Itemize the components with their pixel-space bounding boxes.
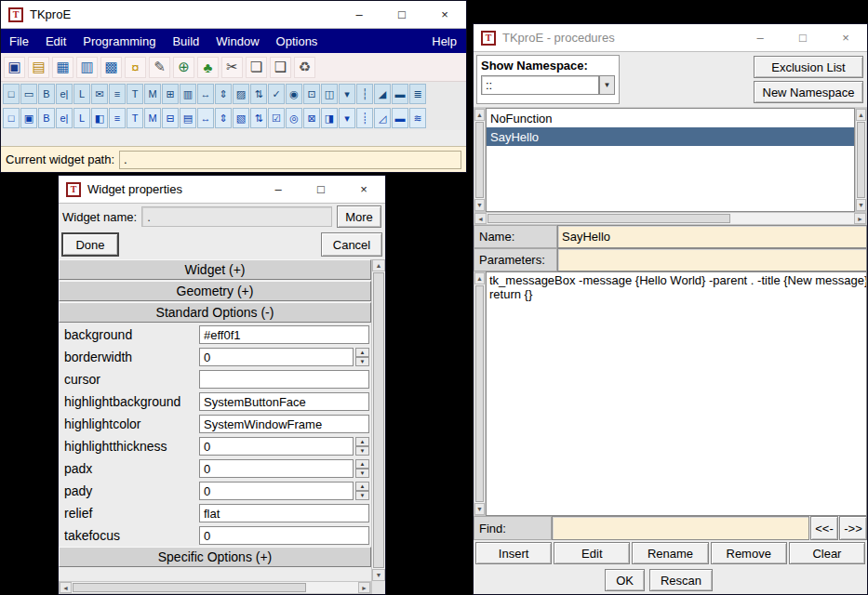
- spinner-up-icon[interactable]: ▲: [355, 459, 369, 469]
- ttk-notebook-icon[interactable]: ◨: [321, 108, 338, 128]
- find-previous-button[interactable]: <<-: [810, 516, 838, 540]
- scroll-down-icon[interactable]: ▼: [474, 199, 485, 211]
- section-standard-options[interactable]: Standard Options (-): [59, 302, 371, 323]
- properties-horizontal-scrollbar[interactable]: ◄ ►: [59, 581, 371, 594]
- ttk-text-icon[interactable]: T: [127, 108, 143, 128]
- done-button[interactable]: Done: [61, 232, 119, 257]
- maximize-button[interactable]: □: [781, 24, 824, 51]
- namespace-value[interactable]: ::: [481, 75, 599, 95]
- tree-icon[interactable]: ♣: [197, 57, 219, 78]
- section-geometry[interactable]: Geometry (+): [59, 281, 371, 301]
- scroll-right-icon[interactable]: ►: [358, 582, 370, 593]
- listbox-widget-icon[interactable]: ≡: [109, 84, 126, 104]
- ttk-label-icon[interactable]: L: [73, 108, 90, 128]
- ttk-radiobutton-icon[interactable]: ◎: [286, 108, 302, 128]
- property-value-input[interactable]: flat: [199, 504, 369, 522]
- ttk-checkbutton-icon[interactable]: ☑: [268, 108, 285, 128]
- find-input[interactable]: [552, 516, 809, 540]
- maximize-button[interactable]: □: [300, 176, 342, 203]
- labelframe-widget-icon[interactable]: ⊡: [303, 84, 320, 104]
- ttk-listbox-icon[interactable]: ≡: [109, 108, 126, 128]
- more-button[interactable]: More: [337, 205, 381, 228]
- scrollbar-thumb[interactable]: [475, 122, 484, 198]
- ttk-separator-icon[interactable]: ┊: [356, 108, 373, 128]
- current-widget-path-value[interactable]: .: [119, 151, 461, 169]
- spinner-control[interactable]: ▲ ▼: [355, 437, 369, 456]
- list-item[interactable]: NoFunction: [487, 109, 854, 127]
- scroll-left-icon[interactable]: ◄: [60, 582, 72, 593]
- properties-titlebar[interactable]: T Widget properties – □ ×: [59, 176, 385, 204]
- new-namespace-button[interactable]: New Namespace: [754, 81, 863, 103]
- spinbox-widget-icon[interactable]: ⇅: [250, 84, 267, 104]
- menu-build[interactable]: Build: [164, 29, 207, 53]
- text-widget-icon[interactable]: T: [127, 84, 143, 104]
- optionmenu-widget-icon[interactable]: ≣: [409, 84, 426, 104]
- button-widget-icon[interactable]: B: [38, 84, 55, 104]
- property-value-input[interactable]: #eff0f1: [199, 325, 369, 344]
- menu-options[interactable]: Options: [268, 29, 327, 53]
- property-value-input[interactable]: 0: [199, 348, 354, 366]
- combobox-widget-icon[interactable]: ▾: [339, 84, 355, 104]
- frame-widget-icon[interactable]: □: [3, 84, 20, 104]
- close-button[interactable]: ×: [423, 1, 466, 28]
- menu-edit[interactable]: Edit: [37, 29, 74, 53]
- notebook-widget-icon[interactable]: ◫: [321, 84, 338, 104]
- paste-icon[interactable]: ❑: [270, 57, 291, 78]
- spinner-down-icon[interactable]: ▼: [355, 469, 369, 478]
- treeview-widget-icon[interactable]: ⊞: [162, 84, 179, 104]
- ttk-menu-icon[interactable]: M: [144, 108, 161, 128]
- scroll-up-icon[interactable]: ▲: [372, 259, 385, 271]
- procedures-listbox[interactable]: NoFunction SayHello: [486, 108, 855, 212]
- menu-window[interactable]: Window: [207, 29, 267, 53]
- globe-icon[interactable]: ⊕: [173, 57, 194, 78]
- ttk-labelframe-icon[interactable]: ⊠: [303, 108, 320, 128]
- maximize-button[interactable]: □: [381, 1, 423, 28]
- spinner-control[interactable]: ▲ ▼: [355, 482, 369, 500]
- find-next-button[interactable]: ->>: [839, 516, 867, 540]
- spinner-up-icon[interactable]: ▲: [355, 348, 369, 357]
- property-value-input[interactable]: 0: [199, 437, 354, 456]
- list-horizontal-scrollbar[interactable]: ◄ ►: [474, 212, 867, 225]
- section-specific-options[interactable]: Specific Options (+): [59, 547, 371, 567]
- parameters-input[interactable]: [557, 248, 867, 271]
- procedure-code-editor[interactable]: tk_messageBox -message {Hello World} -pa…: [486, 271, 867, 516]
- minimize-button[interactable]: –: [739, 24, 781, 51]
- ttk-optionmenu-icon[interactable]: ≋: [409, 108, 426, 128]
- namespace-combobox[interactable]: :: ▼: [481, 75, 615, 95]
- ttk-scrollbar-icon[interactable]: ⇕: [215, 108, 232, 128]
- property-value-input[interactable]: 0: [199, 482, 354, 500]
- main-titlebar[interactable]: T TKproE – □ ×: [1, 1, 466, 29]
- property-value-input[interactable]: 0: [199, 526, 369, 545]
- scroll-down-icon[interactable]: ▼: [372, 569, 385, 581]
- menu-file[interactable]: File: [1, 29, 37, 53]
- ttk-toplevel-icon[interactable]: ▣: [20, 108, 37, 128]
- ttk-panedwindow-icon[interactable]: ▤: [180, 108, 196, 128]
- menu-programming[interactable]: Programming: [74, 29, 164, 53]
- checkbutton-widget-icon[interactable]: ✓: [268, 84, 285, 104]
- scroll-down-icon[interactable]: ▼: [856, 199, 866, 211]
- trash-icon[interactable]: ♻: [294, 57, 315, 78]
- menu-help[interactable]: Help: [422, 29, 466, 53]
- message-widget-icon[interactable]: ✉: [91, 84, 108, 104]
- scrollbar-thumb[interactable]: [373, 272, 384, 568]
- scrollbar-thumb[interactable]: [475, 285, 484, 502]
- table-icon[interactable]: ▦: [52, 57, 73, 78]
- edit-button[interactable]: Edit: [554, 542, 630, 564]
- ttk-sizegrip-icon[interactable]: ◿: [374, 108, 391, 128]
- spinner-down-icon[interactable]: ▼: [355, 357, 369, 366]
- name-input[interactable]: SayHello: [557, 225, 867, 248]
- grid-icon[interactable]: ▩: [100, 57, 122, 78]
- clear-button[interactable]: Clear: [789, 542, 865, 564]
- scrollbar-thumb[interactable]: [487, 214, 730, 223]
- list-right-scrollbar[interactable]: ▲ ▼: [855, 108, 867, 212]
- close-button[interactable]: ×: [342, 176, 385, 203]
- copy-icon[interactable]: ❏: [246, 57, 267, 78]
- widget-name-input[interactable]: .: [141, 206, 332, 227]
- ttk-message-icon[interactable]: ◧: [91, 108, 108, 128]
- scroll-right-icon[interactable]: ►: [854, 213, 866, 224]
- spinner-up-icon[interactable]: ▲: [355, 482, 369, 491]
- minimize-button[interactable]: –: [257, 176, 300, 203]
- exclusion-list-button[interactable]: Exclusion List: [754, 56, 863, 78]
- separator-widget-icon[interactable]: ┆: [356, 84, 373, 104]
- radiobutton-widget-icon[interactable]: ◉: [286, 84, 302, 104]
